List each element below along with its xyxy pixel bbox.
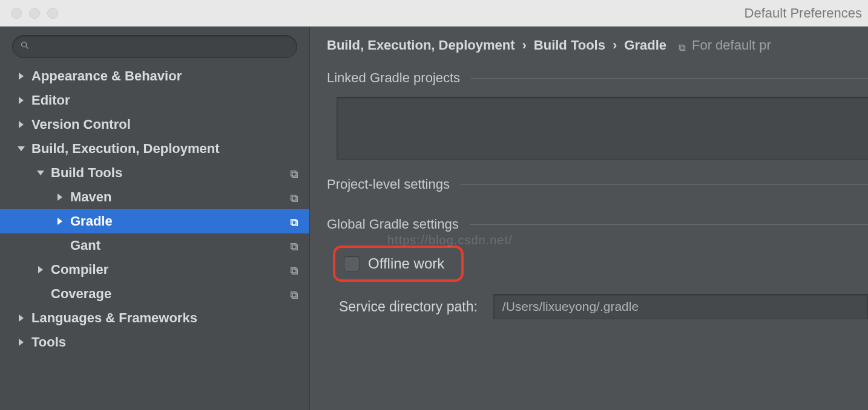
svg-marker-6 bbox=[37, 171, 44, 175]
offline-work-checkbox[interactable] bbox=[344, 256, 360, 272]
svg-rect-25 bbox=[679, 45, 683, 49]
expand-icon bbox=[17, 338, 25, 347]
profile-scope-icon bbox=[289, 216, 300, 227]
profile-scope-icon bbox=[289, 192, 300, 203]
svg-rect-15 bbox=[292, 245, 297, 250]
svg-rect-16 bbox=[291, 244, 296, 249]
offline-work-label: Offline work bbox=[368, 255, 444, 272]
search-icon bbox=[20, 41, 30, 53]
section-linked-gradle-projects: Linked Gradle projects bbox=[327, 70, 868, 86]
settings-tree: Appearance & Behavior Editor Version Con… bbox=[0, 64, 309, 354]
profile-scope-icon bbox=[289, 240, 300, 251]
profile-scope-icon bbox=[289, 288, 300, 299]
section-project-level-settings: Project-level settings bbox=[327, 177, 868, 192]
breadcrumb-segment[interactable]: Build, Execution, Deployment bbox=[327, 37, 515, 53]
expand-icon bbox=[17, 96, 25, 105]
section-global-gradle-settings: Global Gradle settings bbox=[327, 216, 868, 232]
tree-item-gant[interactable]: Gant bbox=[0, 233, 309, 258]
breadcrumb: Build, Execution, Deployment › Build Too… bbox=[327, 37, 868, 53]
svg-marker-5 bbox=[18, 146, 25, 151]
tree-item-tools[interactable]: Tools bbox=[0, 330, 309, 354]
svg-marker-22 bbox=[19, 314, 24, 322]
section-label: Project-level settings bbox=[327, 177, 450, 192]
svg-rect-20 bbox=[292, 293, 297, 298]
tree-label: Build, Execution, Deployment bbox=[31, 141, 219, 157]
tree-label: Version Control bbox=[31, 117, 131, 132]
svg-marker-2 bbox=[19, 73, 24, 80]
svg-rect-14 bbox=[291, 220, 296, 224]
svg-rect-18 bbox=[292, 269, 297, 274]
tree-label: Appearance & Behavior bbox=[31, 68, 182, 84]
window-titlebar: Default Preferences bbox=[0, 0, 868, 27]
svg-point-0 bbox=[22, 42, 27, 47]
svg-rect-8 bbox=[291, 171, 296, 176]
tree-item-maven[interactable]: Maven bbox=[0, 185, 309, 209]
search-field[interactable] bbox=[12, 35, 297, 58]
tree-item-languages-frameworks[interactable]: Languages & Frameworks bbox=[0, 306, 309, 330]
scope-label: For default pr bbox=[692, 37, 771, 53]
chevron-right-icon: › bbox=[521, 37, 527, 53]
window-controls bbox=[0, 8, 58, 19]
tree-label: Coverage bbox=[51, 286, 111, 302]
svg-line-1 bbox=[26, 47, 28, 48]
divider bbox=[471, 78, 868, 79]
svg-marker-3 bbox=[19, 97, 24, 104]
content: Appearance & Behavior Editor Version Con… bbox=[0, 27, 868, 410]
collapse-icon bbox=[17, 145, 25, 153]
svg-rect-19 bbox=[291, 268, 296, 273]
svg-marker-12 bbox=[58, 218, 62, 225]
profile-scope-icon bbox=[677, 41, 687, 50]
section-label: Global Gradle settings bbox=[327, 216, 459, 232]
tree-item-appearance[interactable]: Appearance & Behavior bbox=[0, 64, 309, 88]
expand-icon bbox=[36, 265, 45, 274]
tree-label: Gradle bbox=[70, 213, 113, 229]
svg-rect-11 bbox=[291, 195, 296, 200]
svg-rect-21 bbox=[291, 292, 296, 297]
svg-marker-4 bbox=[19, 121, 24, 128]
close-window-button[interactable] bbox=[11, 8, 22, 19]
tree-item-coverage[interactable]: Coverage bbox=[0, 282, 309, 306]
scope-indicator: For default pr bbox=[677, 37, 771, 53]
tree-item-gradle[interactable]: Gradle bbox=[0, 209, 309, 233]
linked-gradle-projects-list[interactable] bbox=[337, 97, 868, 160]
search-container bbox=[0, 35, 309, 64]
service-directory-row: Service directory path: bbox=[339, 294, 868, 319]
breadcrumb-segment: Gradle bbox=[624, 37, 666, 53]
tree-item-compiler[interactable]: Compiler bbox=[0, 258, 309, 282]
tree-item-build-execution-deployment[interactable]: Build, Execution, Deployment bbox=[0, 137, 309, 161]
tree-item-version-control[interactable]: Version Control bbox=[0, 112, 309, 137]
svg-rect-10 bbox=[292, 197, 297, 201]
svg-marker-23 bbox=[19, 339, 24, 346]
tree-label: Build Tools bbox=[51, 165, 122, 181]
collapse-icon bbox=[36, 169, 45, 177]
offline-work-highlight: Offline work bbox=[333, 246, 464, 282]
svg-rect-24 bbox=[680, 46, 685, 50]
preferences-sidebar: Appearance & Behavior Editor Version Con… bbox=[0, 27, 310, 410]
tree-label: Gant bbox=[70, 238, 100, 253]
search-input[interactable] bbox=[35, 41, 289, 53]
tree-item-build-tools[interactable]: Build Tools bbox=[0, 161, 309, 185]
expand-icon bbox=[56, 217, 64, 226]
chevron-right-icon: › bbox=[611, 37, 618, 53]
svg-rect-7 bbox=[292, 172, 297, 177]
minimize-window-button[interactable] bbox=[29, 8, 40, 19]
tree-item-editor[interactable]: Editor bbox=[0, 88, 309, 112]
divider bbox=[470, 224, 868, 225]
svg-marker-17 bbox=[38, 266, 43, 273]
expand-icon bbox=[17, 314, 25, 322]
expand-icon bbox=[17, 120, 25, 129]
zoom-window-button[interactable] bbox=[47, 8, 58, 19]
svg-marker-9 bbox=[58, 194, 62, 201]
tree-label: Tools bbox=[31, 334, 66, 350]
tree-label: Editor bbox=[31, 93, 70, 108]
expand-icon bbox=[17, 72, 25, 80]
expand-icon bbox=[56, 193, 64, 201]
window-title: Default Preferences bbox=[745, 5, 862, 21]
service-directory-input[interactable] bbox=[493, 294, 868, 319]
section-label: Linked Gradle projects bbox=[327, 70, 460, 86]
tree-label: Compiler bbox=[51, 262, 108, 278]
breadcrumb-segment[interactable]: Build Tools bbox=[534, 37, 605, 53]
settings-detail-panel: Build, Execution, Deployment › Build Too… bbox=[310, 27, 868, 410]
tree-label: Languages & Frameworks bbox=[31, 310, 197, 326]
profile-scope-icon bbox=[289, 168, 300, 178]
